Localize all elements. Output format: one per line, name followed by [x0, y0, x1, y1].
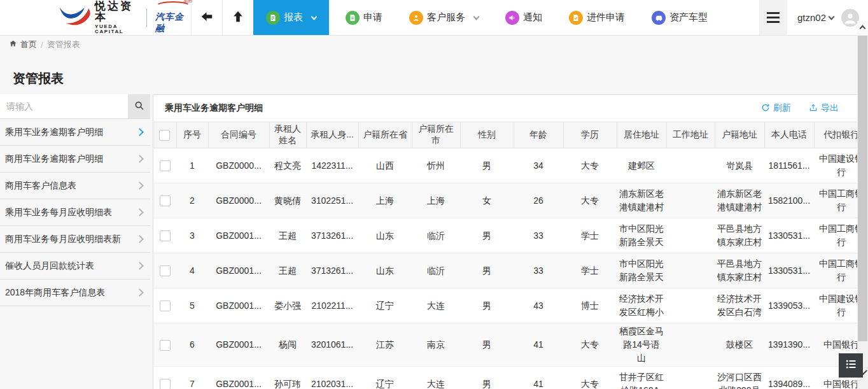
table-cell: 男 [460, 148, 514, 183]
sidebar-item-4[interactable]: 乘用车业务每月应收明细表 [0, 199, 150, 226]
table-cell: 江苏 [358, 323, 412, 367]
table-cell: 建邺区 [617, 148, 666, 183]
row-checkbox-cell [153, 367, 176, 389]
sidebar-item-6[interactable]: 催收人员月回款统计表 [0, 253, 150, 279]
chevron-right-icon [136, 262, 144, 270]
row-checkbox[interactable] [160, 340, 171, 351]
table-cell: 大专 [563, 183, 617, 218]
report-panel: 乘用车业务逾期客户明细 刷新 导出 序号合同编号承租人姓名承租人身...户籍所在… [153, 94, 868, 389]
table-cell: 大专 [563, 367, 617, 389]
table-cell: 辽宁 [358, 367, 412, 389]
nav-item-notifications[interactable]: 通知 [495, 0, 552, 35]
avatar[interactable] [841, 9, 859, 27]
table-cell: 学士 [563, 218, 617, 253]
hamburger-icon [767, 12, 780, 23]
table-cell: 平邑县地方镇东家庄村 [715, 218, 764, 253]
apply-icon [346, 11, 360, 25]
table-cell [666, 367, 715, 389]
user-menu[interactable]: gtzn02 [797, 12, 834, 23]
table-cell: 2 [176, 183, 208, 218]
nav-items: 报表申请客户服务通知进件申请资产车型 [253, 0, 724, 35]
breadcrumb-separator: / [41, 40, 43, 50]
menu-toggle-button[interactable] [759, 0, 787, 35]
brand-logo[interactable]: 悦达资本 YUEDA CAPITAL auto 汽车金融 [0, 0, 191, 35]
row-checkbox[interactable] [160, 230, 171, 241]
scrollbar-thumb[interactable] [858, 36, 867, 341]
sidebar-item-5[interactable]: 商用车业务每月应收明细表新 [0, 226, 150, 253]
nav-right: gtzn02 [759, 0, 868, 35]
row-checkbox[interactable] [160, 160, 171, 171]
nav-item-apply[interactable]: 申请 [335, 0, 393, 35]
table-row[interactable]: 6GBZ0001...杨闯3201061...江苏南京男41大专栖霞区金马路14… [153, 323, 868, 367]
table-cell: 3102251... [306, 183, 358, 218]
nav-item-intake-apply[interactable]: 进件申请 [559, 0, 635, 35]
panel-title: 乘用车业务逾期客户明细 [165, 103, 263, 114]
table-header-row: 序号合同编号承租人姓名承租人身...户籍所在省户籍所在市性别年龄学历居住地址工作… [153, 122, 868, 148]
search-button[interactable] [128, 94, 150, 118]
panel-actions: 刷新 导出 [761, 103, 857, 114]
select-all-checkbox[interactable] [159, 130, 170, 141]
table-cell: 7 [176, 367, 208, 389]
top-nav: 悦达资本 YUEDA CAPITAL auto 汽车金融 报表申请客户服务通知进… [0, 0, 868, 36]
table-cell: 王超 [269, 218, 306, 253]
nav-item-label: 申请 [363, 11, 382, 24]
row-checkbox-cell [153, 288, 176, 323]
table-cell: 上海 [358, 183, 412, 218]
table-cell: 黄晓倩 [269, 183, 306, 218]
row-checkbox[interactable] [160, 379, 171, 389]
table-row[interactable]: 1GBZ0000...程文亮1422311...山西忻州男34大专建邺区岢岚县1… [153, 148, 868, 183]
table-cell: 大连 [412, 367, 460, 389]
scroll-up-arrow-icon[interactable] [857, 21, 868, 35]
table-cell: 1391390... [764, 323, 814, 367]
column-header: 本人电话 [764, 122, 814, 148]
table-cell: 沙河口区西北路299号 [715, 367, 764, 389]
select-all-cell [153, 122, 176, 148]
table-cell: 1422311... [306, 148, 358, 183]
page-title: 资管报表 [13, 70, 64, 87]
table-cell: 3713261... [306, 218, 358, 253]
table-row[interactable]: 3GBZ0001...王超3713261...山东临沂男33学士市中区阳光新路全… [153, 218, 868, 253]
row-checkbox[interactable] [160, 265, 171, 276]
sidebar-item-7[interactable]: 2018年商用车客户信息表 [0, 279, 150, 306]
nav-item-label: 客户服务 [427, 11, 465, 24]
table-cell: 女 [460, 183, 514, 218]
nav-item-asset-models[interactable]: 资产车型 [641, 0, 718, 35]
table-cell: 1394089... [764, 367, 814, 389]
table-cell [666, 218, 715, 253]
search-box [0, 94, 150, 118]
sidebar-item-3[interactable]: 商用车客户信息表 [0, 173, 150, 199]
back-button[interactable] [191, 0, 222, 35]
column-header: 工作地址 [666, 122, 715, 148]
sidebar-item-2[interactable]: 商用车业务逾期客户明细 [0, 146, 150, 173]
table-cell: 娄小强 [269, 288, 306, 323]
row-checkbox[interactable] [160, 301, 171, 311]
sidebar-item-1[interactable]: 乘用车业务逾期客户明细 [0, 119, 150, 146]
floating-list-button[interactable] [839, 353, 863, 378]
table-row[interactable]: 4GBZ0001...王超3713261...山东临沂男33学士市中区阳光新路全… [153, 253, 868, 288]
table-cell: 2102211... [306, 288, 358, 323]
scroll-top-button[interactable] [222, 0, 253, 35]
table-cell: 1339053... [764, 288, 814, 323]
export-button[interactable]: 导出 [809, 103, 839, 114]
table-row[interactable]: 2GBZ0000...黄晓倩3102251...上海上海女26大专浦东新区老港镇… [153, 183, 868, 218]
nav-item-reports[interactable]: 报表 [253, 0, 329, 35]
breadcrumb-home[interactable]: 首页 [9, 39, 37, 50]
chevron-right-icon [136, 155, 144, 163]
table-cell: 3713261... [306, 253, 358, 288]
nav-item-customer-service[interactable]: 客户服务 [399, 0, 489, 35]
table-cell: 1330531... [764, 253, 814, 288]
table-row[interactable]: 7GBZ0001...孙可玮2102031...辽宁大连男41大专甘井子区红岭路… [153, 367, 868, 389]
brand-name-cn: 悦达资本 [95, 1, 138, 22]
vertical-scrollbar[interactable] [857, 21, 868, 389]
table-cell: 男 [460, 218, 514, 253]
refresh-icon [761, 103, 770, 114]
table-cell: 大连 [412, 288, 460, 323]
row-checkbox-cell [153, 323, 176, 367]
search-input[interactable] [0, 94, 128, 118]
table-cell: 孙可玮 [269, 367, 306, 389]
sidebar: 乘用车业务逾期客户明细商用车业务逾期客户明细商用车客户信息表乘用车业务每月应收明… [0, 94, 150, 306]
table-row[interactable]: 5GBZ0001...娄小强2102211...辽宁大连男43博士经济技术开发区… [153, 288, 868, 323]
row-checkbox[interactable] [160, 195, 171, 206]
sidebar-item-label: 催收人员月回款统计表 [5, 260, 94, 272]
refresh-button[interactable]: 刷新 [761, 103, 791, 114]
